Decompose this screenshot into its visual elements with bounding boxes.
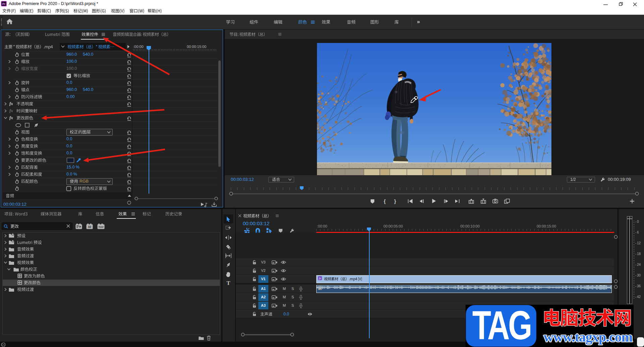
svg-text:fx: fx bbox=[319, 277, 321, 280]
svg-text:YUV: YUV bbox=[98, 226, 103, 229]
svg-text:Pr: Pr bbox=[2, 2, 6, 6]
svg-text:32: 32 bbox=[88, 225, 91, 229]
